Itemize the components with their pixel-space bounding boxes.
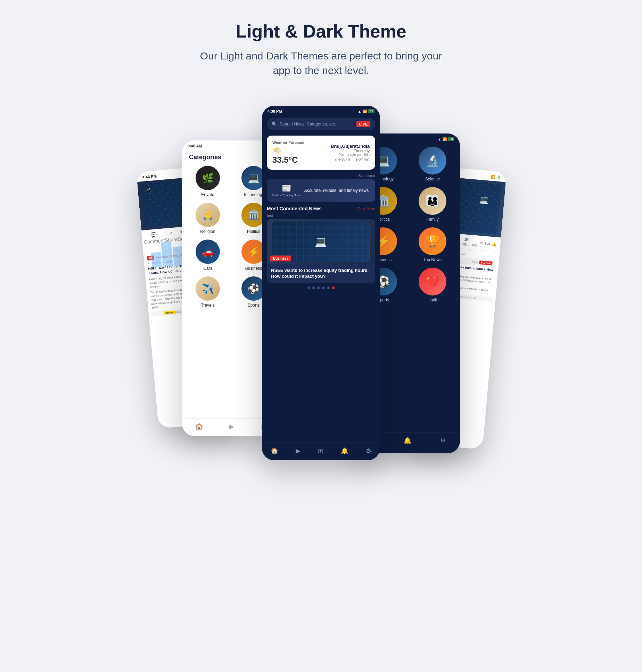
nav-settings-dark[interactable]: ⚙: [366, 447, 371, 455]
likes-count: 12 likes: [479, 241, 490, 245]
news-card-image: 💻 Business: [267, 219, 375, 264]
dot-5: [327, 286, 330, 289]
dot-2: [312, 286, 315, 289]
nav-video-dark[interactable]: ▶: [296, 447, 301, 455]
time-mid-left: 9:48 AM: [188, 144, 202, 148]
page-title: Light & Dark Theme: [199, 21, 443, 42]
dot-indicators: [262, 283, 380, 293]
dark-category-science[interactable]: 🔬 Science: [411, 147, 454, 181]
weather-label: Weather Forecast: [272, 140, 304, 145]
weather-emoji: 🌤️: [272, 146, 304, 155]
news-icon: 📰: [282, 184, 291, 193]
weather-desc: Patchy rain possible: [331, 153, 370, 157]
dark-category-topnews[interactable]: 🏆 Top News: [411, 227, 454, 262]
view-more-link[interactable]: View More: [357, 207, 375, 211]
live-badge: LIVE: [356, 121, 370, 127]
section-title: Most Commented News: [267, 206, 322, 211]
phones-showcase: 4:46 PM 📶🔋 📱 💻: [147, 106, 495, 592]
dark-category-health[interactable]: ❤️ Health: [411, 268, 454, 302]
bottom-nav-center: 🏠 ▶ ⊞ 🔔 ⚙: [262, 443, 380, 460]
page-subtitle: Our Light and Dark Themes are perfect to…: [199, 49, 443, 78]
dot-6-active: [332, 286, 335, 289]
section-header-dark: Most Commented News View More: [262, 202, 380, 213]
time-left: 4:46 PM: [142, 174, 157, 179]
weather-city: Bhuj,Gujarat,India: [331, 144, 370, 149]
ad-text-dark: Accurate, reliable, and timely news: [304, 188, 369, 193]
nav-grid-dark[interactable]: ⊞: [318, 447, 323, 455]
sponsored-label: Sponsored: [262, 172, 380, 179]
weather-temp: 33.5°C: [272, 155, 304, 165]
time-center: 4:38 PM: [268, 109, 282, 113]
search-icon: 🔍: [272, 122, 277, 127]
search-bar-dark[interactable]: 🔍 Search News, Categories, etc. LIVE: [267, 118, 375, 130]
nav-home-light[interactable]: 🏠: [195, 423, 203, 430]
page-header: Light & Dark Theme Our Light and Dark Th…: [199, 21, 443, 78]
category-travels[interactable]: ✈️ Travels: [188, 276, 228, 308]
fr-like-btn[interactable]: 👍: [492, 242, 497, 247]
dark-category-family[interactable]: 👨‍👩‍👧 Family: [411, 187, 454, 222]
news-card-dark[interactable]: 💻 Business NSEE wants to increase equity…: [267, 219, 375, 283]
dot-1: [307, 286, 310, 289]
phone-main-dark: 4:38 PM ▲📶51 🔍 Search News, Categories, …: [262, 106, 380, 460]
news-tagline: Fastest Trending News: [272, 194, 301, 197]
category-envato[interactable]: 🌿 Envato: [188, 166, 228, 197]
nav-settings-right[interactable]: ⚙: [440, 437, 446, 444]
news-tag: test: [262, 213, 380, 219]
dot-3: [317, 286, 320, 289]
news-tag-business: Business: [270, 256, 291, 261]
fr-buy-button[interactable]: Buy Now: [479, 260, 493, 265]
category-cars[interactable]: 🚗 Cars: [188, 240, 228, 271]
nav-video-light[interactable]: ▶: [229, 423, 234, 430]
category-religion[interactable]: 🙏 Religion: [188, 203, 228, 234]
nav-home-dark[interactable]: 🏠: [271, 447, 278, 455]
nav-bell-dark[interactable]: 🔔: [341, 447, 348, 455]
nav-bell-right[interactable]: 🔔: [404, 437, 411, 444]
ad-banner-dark: 📰 Fastest Trending News Accurate, reliab…: [267, 179, 375, 202]
weather-hl: ↑ H:33.8°C ↓ L:27.9°C: [331, 158, 370, 162]
dot-4: [322, 286, 325, 289]
weather-card: Weather Forecast 🌤️ 33.5°C Bhuj,Gujarat,…: [267, 136, 375, 170]
news-card-title: NSEE wants to increase equity trading ho…: [271, 268, 371, 280]
weather-day: Thursday: [331, 149, 370, 153]
status-bar-center: 4:38 PM ▲📶51: [262, 106, 380, 115]
search-placeholder: Search News, Categories, etc.: [280, 122, 336, 127]
